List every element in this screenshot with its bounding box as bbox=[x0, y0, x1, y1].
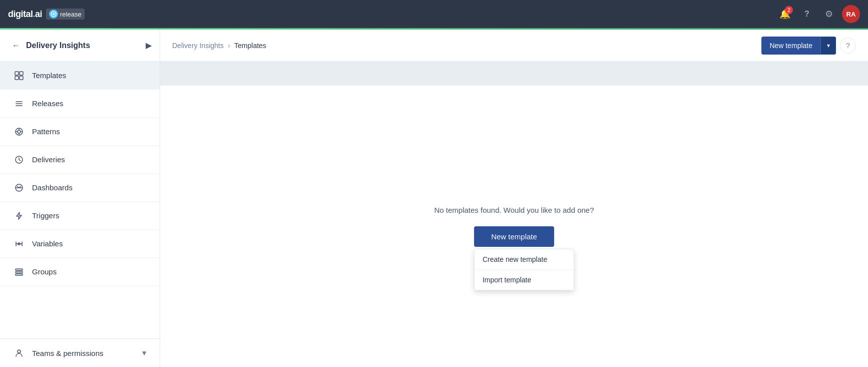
new-template-header-button[interactable]: New template ▾ bbox=[761, 37, 836, 55]
svg-point-21 bbox=[18, 350, 21, 353]
breadcrumb-separator: › bbox=[228, 41, 230, 50]
svg-rect-1 bbox=[15, 72, 19, 75]
dropdown-menu: Create new template Import template bbox=[474, 249, 574, 290]
variables-icon bbox=[12, 237, 26, 251]
svg-point-8 bbox=[18, 130, 21, 133]
sidebar-triggers-label: Triggers bbox=[32, 211, 59, 220]
user-avatar[interactable]: RA bbox=[842, 5, 860, 23]
sidebar-patterns-label: Patterns bbox=[32, 127, 60, 136]
sidebar-footer: Teams & permissions ▼ bbox=[0, 338, 160, 367]
sidebar-item-variables[interactable]: Variables bbox=[0, 230, 160, 258]
sidebar-item-templates[interactable]: Templates bbox=[0, 62, 160, 90]
sidebar-item-dashboards[interactable]: Dashboards bbox=[0, 174, 160, 202]
nav-icons: 🔔 2 ? ⚙ RA bbox=[776, 5, 860, 23]
svg-rect-3 bbox=[15, 76, 19, 80]
breadcrumb-current: Templates bbox=[234, 42, 266, 50]
top-nav: digital.ai release 🔔 2 ? ⚙ RA bbox=[0, 0, 868, 28]
breadcrumb: Delivery Insights › Templates bbox=[172, 41, 761, 50]
sidebar-back-button[interactable]: ← bbox=[8, 38, 24, 54]
svg-rect-4 bbox=[20, 76, 23, 80]
sidebar-scroll: ← Delivery Insights ▶ Templates bbox=[0, 30, 160, 338]
product-name: release bbox=[60, 11, 82, 18]
product-icon bbox=[49, 10, 58, 19]
sidebar-header[interactable]: ← Delivery Insights ▶ bbox=[0, 30, 160, 62]
content-help-button[interactable]: ? bbox=[840, 38, 856, 54]
patterns-icon bbox=[12, 125, 26, 139]
gear-icon: ⚙ bbox=[825, 9, 833, 20]
templates-icon bbox=[12, 69, 26, 83]
teams-permissions-icon bbox=[12, 346, 26, 360]
content-area: Delivery Insights › Templates New templa… bbox=[160, 30, 868, 367]
sidebar-item-deliveries[interactable]: Deliveries bbox=[0, 146, 160, 174]
sidebar-templates-label: Templates bbox=[32, 71, 66, 80]
sidebar-item-teams-permissions[interactable]: Teams & permissions ▼ bbox=[0, 339, 160, 367]
svg-rect-18 bbox=[16, 269, 23, 270]
dropdown-container: New template Create new template Import … bbox=[474, 226, 554, 247]
app-logo: digital.ai release bbox=[8, 9, 85, 20]
sidebar-header-label: Delivery Insights bbox=[26, 41, 146, 50]
question-icon: ? bbox=[804, 10, 809, 19]
back-arrow-icon: ← bbox=[12, 41, 20, 50]
empty-state: No templates found. Would you like to ad… bbox=[434, 206, 594, 247]
breadcrumb-parent[interactable]: Delivery Insights bbox=[172, 42, 224, 50]
groups-icon bbox=[12, 265, 26, 279]
sidebar-item-groups[interactable]: Groups bbox=[0, 258, 160, 286]
content-header: Delivery Insights › Templates New templa… bbox=[160, 30, 868, 62]
sidebar-teams-permissions-label: Teams & permissions bbox=[32, 349, 104, 357]
svg-rect-20 bbox=[16, 274, 23, 275]
svg-rect-19 bbox=[16, 271, 23, 273]
sidebar-deliveries-label: Deliveries bbox=[32, 155, 65, 164]
sidebar-groups-label: Groups bbox=[32, 267, 57, 276]
sidebar-variables-label: Variables bbox=[32, 239, 63, 248]
svg-rect-2 bbox=[20, 72, 23, 75]
dashboards-icon bbox=[12, 181, 26, 195]
expand-icon: ▼ bbox=[141, 349, 148, 357]
sidebar-item-patterns[interactable]: Patterns bbox=[0, 118, 160, 146]
empty-state-message: No templates found. Would you like to ad… bbox=[434, 206, 594, 214]
header-actions: New template ▾ ? bbox=[761, 37, 856, 55]
help-circle-icon: ? bbox=[846, 42, 850, 50]
sidebar-item-releases[interactable]: Releases bbox=[0, 90, 160, 118]
triggers-icon bbox=[12, 209, 26, 223]
new-template-btn-text: New template bbox=[761, 37, 820, 55]
releases-icon bbox=[12, 97, 26, 111]
logo-text: digital.ai bbox=[8, 9, 42, 20]
sidebar-item-triggers[interactable]: Triggers bbox=[0, 202, 160, 230]
sidebar-header-arrow-icon: ▶ bbox=[146, 41, 152, 50]
help-button[interactable]: ? bbox=[798, 5, 816, 23]
content-toolbar bbox=[160, 62, 868, 86]
new-template-main-button[interactable]: New template bbox=[474, 226, 554, 247]
new-template-dropdown-arrow[interactable]: ▾ bbox=[820, 37, 836, 54]
product-badge: release bbox=[46, 9, 85, 20]
deliveries-icon bbox=[12, 153, 26, 167]
create-new-template-item[interactable]: Create new template bbox=[475, 249, 574, 269]
sidebar-releases-label: Releases bbox=[32, 99, 64, 108]
sidebar: ← Delivery Insights ▶ Templates bbox=[0, 30, 160, 367]
main-layout: ← Delivery Insights ▶ Templates bbox=[0, 30, 868, 367]
notification-count: 2 bbox=[785, 6, 793, 14]
content-main: No templates found. Would you like to ad… bbox=[160, 86, 868, 367]
import-template-item[interactable]: Import template bbox=[475, 269, 574, 290]
sidebar-dashboards-label: Dashboards bbox=[32, 183, 73, 192]
settings-button[interactable]: ⚙ bbox=[820, 5, 838, 23]
notifications-button[interactable]: 🔔 2 bbox=[776, 5, 794, 23]
